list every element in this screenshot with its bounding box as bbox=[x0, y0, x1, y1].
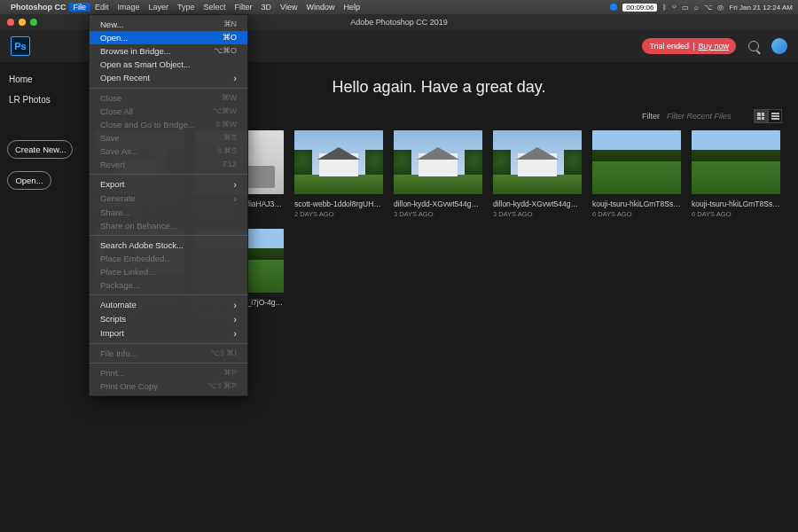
menu-item-label: Share on Behance... bbox=[100, 221, 177, 231]
recent-file-card[interactable]: dillon-kydd-XGvwt544g8k-...3 days ago bbox=[493, 130, 582, 218]
bluetooth-icon[interactable]: ᛒ bbox=[662, 4, 667, 12]
recent-file-name: kouji-tsuru-hkiLGmT8Sss-un... bbox=[592, 200, 681, 208]
file-menu-item: Close and Go to Bridge...⇧⌘W bbox=[90, 118, 247, 131]
menu-item-label: Print... bbox=[100, 368, 124, 378]
recent-thumbnail bbox=[493, 130, 582, 194]
siri-icon[interactable]: ◎ bbox=[717, 4, 724, 12]
menu-separator bbox=[90, 343, 247, 344]
file-menu-item: Share... bbox=[90, 206, 247, 219]
recent-file-age: 2 days ago bbox=[294, 210, 383, 218]
recent-thumbnail bbox=[294, 130, 383, 194]
record-icon[interactable] bbox=[610, 4, 617, 11]
menu-item-label: Revert bbox=[100, 160, 125, 169]
recent-thumbnail bbox=[592, 130, 681, 194]
file-menu-item: Close All⌥⌘W bbox=[90, 105, 247, 118]
file-menu-item[interactable]: Open as Smart Object... bbox=[90, 58, 247, 71]
menubar-item-3d[interactable]: 3D bbox=[262, 3, 272, 12]
file-menu-item: Place Linked... bbox=[90, 265, 247, 278]
filter-label: Filter bbox=[642, 112, 660, 121]
menu-item-label: Scripts bbox=[100, 314, 126, 325]
menubar-item-window[interactable]: Window bbox=[306, 3, 334, 12]
sidebar-link-lr-photos[interactable]: LR Photos bbox=[7, 91, 73, 108]
file-menu-item[interactable]: Import bbox=[90, 326, 247, 340]
menu-item-label: New... bbox=[100, 20, 123, 29]
recent-file-card[interactable]: kouji-tsuru-hkiLGmT8Sss-un...6 days ago bbox=[692, 130, 780, 218]
recent-file-age: 3 days ago bbox=[493, 210, 582, 218]
submenu-arrow-icon bbox=[233, 300, 237, 310]
spotlight-icon[interactable]: ⌕ bbox=[694, 4, 699, 12]
menubar-item-filter[interactable]: Filter bbox=[235, 3, 253, 12]
file-menu-item[interactable]: Scripts bbox=[90, 312, 247, 326]
menubar-clock[interactable]: Fri Jan 21 12:24 AM bbox=[729, 4, 793, 12]
recent-file-card[interactable]: scott-webb-1ddol8rgUH8-u...2 days ago bbox=[294, 130, 383, 218]
file-menu-item: Print One Copy⌥⇧⌘P bbox=[90, 379, 247, 393]
menu-separator bbox=[90, 88, 247, 89]
menubar-item-view[interactable]: View bbox=[280, 3, 297, 12]
menubar-item-layer[interactable]: Layer bbox=[149, 3, 169, 12]
menu-item-label: Automate bbox=[100, 300, 137, 310]
open-button[interactable]: Open... bbox=[7, 171, 51, 190]
menubar-item-select[interactable]: Select bbox=[204, 3, 226, 12]
file-menu-item: Save As...⇧⌘S bbox=[90, 145, 247, 158]
trial-buy-button[interactable]: Trial ended | Buy now bbox=[642, 38, 736, 54]
submenu-arrow-icon bbox=[233, 73, 237, 83]
create-new-button[interactable]: Create New... bbox=[7, 140, 73, 159]
menubar-app-name[interactable]: Photoshop CC bbox=[11, 3, 66, 12]
grid-view-toggle[interactable] bbox=[754, 109, 768, 123]
file-menu-item[interactable]: Open...⌘O bbox=[90, 31, 247, 44]
menubar-item-help[interactable]: Help bbox=[343, 3, 360, 12]
recent-file-card[interactable]: dillon-kydd-XGvwt544g8k-...3 days ago bbox=[394, 130, 482, 218]
menu-item-label: Save As... bbox=[100, 146, 138, 156]
recent-file-card[interactable]: kouji-tsuru-hkiLGmT8Sss-un...6 days ago bbox=[592, 130, 681, 218]
menu-item-label: Import bbox=[100, 328, 124, 339]
file-menu-item[interactable]: Search Adobe Stock... bbox=[90, 239, 247, 252]
home-sidebar: Home LR Photos Create New... Open... bbox=[0, 62, 80, 532]
menu-item-label: Search Adobe Stock... bbox=[100, 240, 184, 250]
menubar-item-edit[interactable]: Edit bbox=[95, 3, 109, 12]
file-menu-item: Save⌘S bbox=[90, 131, 247, 145]
file-menu-item[interactable]: New...⌘N bbox=[90, 18, 247, 31]
submenu-arrow-icon bbox=[233, 328, 237, 339]
file-menu-item[interactable]: Export bbox=[90, 177, 247, 192]
menu-item-label: Browse in Bridge... bbox=[100, 46, 171, 56]
file-menu-item: Share on Behance... bbox=[90, 219, 247, 232]
file-menu-item: Place Embedded... bbox=[90, 252, 247, 265]
file-menu-item: Close⌘W bbox=[90, 91, 247, 105]
menu-item-label: Share... bbox=[100, 207, 129, 217]
submenu-arrow-icon bbox=[233, 193, 237, 204]
file-menu-item[interactable]: Automate bbox=[90, 298, 247, 312]
recent-file-name: scott-webb-1ddol8rgUH8-u... bbox=[294, 200, 383, 208]
menu-item-label: Open as Smart Object... bbox=[100, 59, 191, 69]
search-icon[interactable] bbox=[748, 41, 759, 51]
menu-item-label: Save bbox=[100, 133, 120, 143]
zoom-window-button[interactable] bbox=[30, 19, 37, 26]
recent-file-age: 6 days ago bbox=[692, 210, 780, 218]
close-window-button[interactable] bbox=[7, 19, 14, 26]
menu-item-label: Place Linked... bbox=[100, 267, 155, 277]
menu-item-label: Package... bbox=[100, 280, 140, 290]
photoshop-logo[interactable]: Ps bbox=[11, 36, 30, 56]
mac-menubar: Photoshop CC FileEditImageLayerTypeSelec… bbox=[0, 0, 798, 14]
menubar-item-type[interactable]: Type bbox=[177, 3, 195, 12]
menubar-item-image[interactable]: Image bbox=[118, 3, 140, 12]
submenu-arrow-icon bbox=[233, 314, 237, 325]
menubar-item-file[interactable]: File bbox=[69, 3, 91, 12]
menu-item-label: Close and Go to Bridge... bbox=[100, 120, 195, 129]
file-menu-item: Print...⌘P bbox=[90, 366, 247, 379]
recent-file-age: 3 days ago bbox=[394, 210, 482, 218]
menu-separator bbox=[90, 363, 247, 364]
file-menu-item: Package... bbox=[90, 278, 247, 292]
menu-item-label: Print One Copy bbox=[100, 381, 158, 391]
list-view-toggle[interactable] bbox=[768, 109, 782, 123]
user-avatar[interactable] bbox=[771, 38, 787, 54]
filter-input[interactable] bbox=[667, 112, 747, 121]
minimize-window-button[interactable] bbox=[19, 19, 26, 26]
battery-icon[interactable]: ▭ bbox=[682, 4, 689, 12]
file-menu-item[interactable]: Open Recent bbox=[90, 71, 247, 85]
control-center-icon[interactable]: ⌥ bbox=[704, 4, 712, 12]
menu-separator bbox=[90, 294, 247, 295]
sidebar-link-home[interactable]: Home bbox=[7, 71, 73, 88]
file-menu-item[interactable]: Browse in Bridge...⌥⌘O bbox=[90, 44, 247, 58]
file-menu-item: File Info...⌥⇧⌘I bbox=[90, 347, 247, 360]
wifi-icon[interactable]: ⌔ bbox=[672, 4, 677, 12]
